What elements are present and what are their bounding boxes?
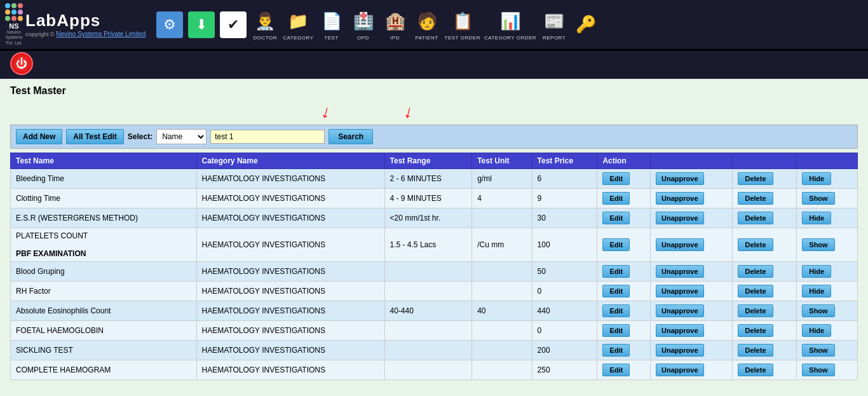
cell-test-name: SICKLING TEST	[11, 341, 197, 360]
unapprove-button[interactable]: Unapprove	[656, 172, 703, 185]
cell-hide-show: Show	[797, 228, 858, 262]
cell-delete: Delete	[733, 321, 797, 341]
cell-delete: Delete	[733, 262, 797, 282]
hide-show-button[interactable]: Show	[802, 238, 834, 251]
edit-button[interactable]: Edit	[602, 285, 630, 297]
cell-hide-show: Hide	[797, 282, 858, 301]
unapprove-button[interactable]: Unapprove	[656, 265, 703, 278]
unapprove-button[interactable]: Unapprove	[656, 364, 703, 376]
cell-unapprove: Unapprove	[651, 169, 733, 189]
edit-button[interactable]: Edit	[602, 238, 630, 251]
cell-edit: Edit	[597, 262, 651, 282]
nav-settings[interactable]: ⚙	[156, 11, 184, 38]
edit-button[interactable]: Edit	[602, 192, 630, 205]
delete-button[interactable]: Delete	[738, 304, 773, 317]
nav-keys[interactable]: 🔑	[572, 12, 600, 38]
nav-test-order-label: TEST ORDER	[445, 35, 480, 41]
nav-doctor[interactable]: 👨‍⚕️ DOCTOR	[251, 8, 279, 41]
cell-unit	[472, 282, 532, 301]
col-test-range: Test Range	[384, 153, 472, 169]
nav-report[interactable]: 📰 REPORT	[540, 8, 568, 41]
unapprove-button[interactable]: Unapprove	[656, 344, 703, 357]
unapprove-button[interactable]: Unapprove	[656, 238, 703, 251]
hide-show-button[interactable]: Hide	[802, 265, 831, 278]
unapprove-button[interactable]: Unapprove	[656, 285, 703, 297]
edit-button[interactable]: Edit	[602, 265, 630, 278]
cell-hide-show: Show	[797, 341, 858, 360]
edit-button[interactable]: Edit	[602, 304, 630, 317]
nav-category[interactable]: 📁 CATEGORY	[283, 8, 313, 41]
edit-button[interactable]: Edit	[602, 344, 630, 357]
select-label: Select:	[128, 132, 153, 141]
cell-edit: Edit	[597, 282, 651, 301]
cell-edit: Edit	[597, 189, 651, 208]
hide-show-button[interactable]: Hide	[802, 324, 831, 337]
select-dropdown[interactable]: Name Category Code	[156, 129, 207, 144]
cell-test-name: PLATELETS COUNT PBF EXAMINATION	[11, 228, 197, 262]
delete-button[interactable]: Delete	[738, 285, 773, 297]
table-row: Absolute Eosinophilis Count HAEMATOLOGY …	[11, 301, 858, 321]
nav-doctor-label: DOCTOR	[254, 35, 278, 41]
hide-show-button[interactable]: Show	[802, 304, 834, 317]
cell-range	[384, 341, 472, 360]
nav-category-order[interactable]: 📊 CATEGORY ORDER	[484, 8, 536, 41]
table-row: PLATELETS COUNT PBF EXAMINATION HAEMATOL…	[11, 228, 858, 262]
cell-unit: /Cu mm	[472, 228, 532, 262]
all-test-edit-button[interactable]: All Test Edit	[66, 129, 123, 144]
cell-delete: Delete	[733, 228, 797, 262]
cell-unit	[472, 360, 532, 380]
edit-button[interactable]: Edit	[602, 172, 630, 185]
unapprove-button[interactable]: Unapprove	[656, 192, 703, 205]
delete-button[interactable]: Delete	[738, 192, 773, 205]
edit-button[interactable]: Edit	[602, 212, 630, 224]
hide-show-button[interactable]: Hide	[802, 212, 831, 224]
cell-edit: Edit	[597, 208, 651, 228]
hide-show-button[interactable]: Show	[802, 364, 834, 376]
edit-button[interactable]: Edit	[602, 364, 630, 376]
company-link[interactable]: Nevino Systems Private Limited	[56, 31, 146, 38]
search-input[interactable]	[210, 130, 325, 144]
table-row: Clotting Time HAEMATOLOGY INVESTIGATIONS…	[11, 189, 858, 208]
cell-category: HAEMATOLOGY INVESTIGATIONS	[196, 208, 384, 228]
cell-price: 50	[532, 262, 597, 282]
search-button[interactable]: Search	[329, 129, 373, 144]
unapprove-button[interactable]: Unapprove	[656, 212, 703, 224]
hide-show-button[interactable]: Hide	[802, 285, 831, 297]
delete-button[interactable]: Delete	[738, 364, 773, 376]
cell-test-name: RH Factor	[11, 282, 197, 301]
cell-category: HAEMATOLOGY INVESTIGATIONS	[196, 282, 384, 301]
nav-check[interactable]: ✔	[219, 11, 247, 38]
delete-button[interactable]: Delete	[738, 265, 773, 278]
nav-test[interactable]: 📄 TEST	[318, 8, 346, 41]
hide-show-button[interactable]: Show	[802, 344, 834, 357]
cell-price: 0	[532, 321, 597, 341]
table-row: RH Factor HAEMATOLOGY INVESTIGATIONS 0 E…	[11, 282, 858, 301]
delete-button[interactable]: Delete	[738, 324, 773, 337]
unapprove-button[interactable]: Unapprove	[656, 304, 703, 317]
delete-button[interactable]: Delete	[738, 238, 773, 251]
cell-unit	[472, 262, 532, 282]
unapprove-button[interactable]: Unapprove	[656, 324, 703, 337]
nav-test-order[interactable]: 📋 TEST ORDER	[445, 8, 480, 41]
nav-opd[interactable]: 🏥 OPD	[349, 8, 377, 41]
hide-show-button[interactable]: Hide	[802, 172, 831, 185]
edit-button[interactable]: Edit	[602, 324, 630, 337]
cell-price: 30	[532, 208, 597, 228]
nav-download[interactable]: ⬇	[187, 11, 215, 38]
nav-patient[interactable]: 🧑 PATIENT	[413, 8, 441, 41]
cell-unit: 40	[472, 301, 532, 321]
delete-button[interactable]: Delete	[738, 172, 773, 185]
cell-unapprove: Unapprove	[651, 228, 733, 262]
cell-unapprove: Unapprove	[651, 341, 733, 360]
delete-button[interactable]: Delete	[738, 212, 773, 224]
nav-ipd[interactable]: 🏨 IPD	[381, 8, 409, 41]
add-new-button[interactable]: Add New	[16, 129, 62, 144]
delete-button[interactable]: Delete	[738, 344, 773, 357]
power-button[interactable]: ⏻	[10, 52, 33, 75]
cell-edit: Edit	[597, 321, 651, 341]
hide-show-button[interactable]: Show	[802, 192, 834, 205]
toolbar: Add New All Test Edit Select: Name Categ…	[10, 125, 858, 149]
cell-price: 6	[532, 169, 597, 189]
cell-range: 40-440	[384, 301, 472, 321]
company-name-short: NevinoSystemsPvt. Ltd.	[6, 30, 23, 46]
